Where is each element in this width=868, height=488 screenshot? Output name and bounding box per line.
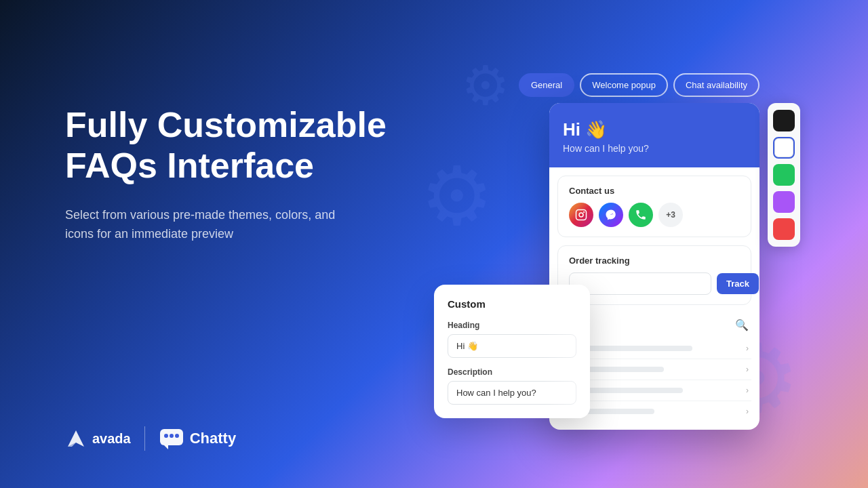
swatch-black[interactable]	[773, 110, 795, 131]
left-content: Fully Customizable FAQs Interface Select…	[65, 105, 387, 244]
tab-chat-availability[interactable]: Chat availability	[673, 73, 760, 97]
logo-divider	[144, 426, 145, 451]
gear-icon-3: ⚙	[461, 54, 510, 117]
svg-rect-3	[164, 434, 168, 438]
heading-label: Heading	[448, 321, 576, 330]
widget-greeting: Hi 👋	[563, 119, 746, 140]
chatty-logo: Chatty	[159, 428, 236, 449]
description-label: Description	[448, 367, 576, 377]
tab-welcome-popup[interactable]: Welcome popup	[580, 73, 668, 97]
swatch-green[interactable]	[773, 164, 795, 186]
faq-chevron-2: ›	[746, 365, 749, 374]
svg-rect-5	[175, 434, 179, 438]
tracking-input-wrap: 🔍	[569, 272, 711, 295]
avada-logo: avada	[65, 428, 131, 449]
track-button[interactable]: Track	[717, 273, 759, 294]
tracking-input-row: 🔍 Track	[569, 272, 740, 295]
gear-icon-1: ⚙	[420, 149, 494, 243]
custom-popup-title: Custom	[448, 298, 576, 310]
heading-input[interactable]	[448, 334, 576, 358]
avada-icon	[65, 428, 87, 449]
tab-general[interactable]: General	[519, 73, 574, 97]
tracking-title: Order tracking	[569, 256, 740, 266]
chatty-icon	[159, 428, 184, 449]
chatty-label: Chatty	[190, 430, 236, 447]
contact-plus-badge[interactable]: +3	[658, 203, 683, 227]
svg-marker-0	[68, 430, 84, 447]
tabs-bar: General Welcome popup Chat availability	[519, 73, 760, 97]
custom-popup: Custom Heading Description	[434, 285, 590, 418]
tracking-input[interactable]	[569, 272, 711, 295]
widget-header: Hi 👋 How can I help you?	[549, 103, 760, 167]
title-line2: FAQs Interface	[65, 146, 314, 185]
faq-chevron-4: ›	[746, 407, 749, 416]
faq-chevron-3: ›	[746, 386, 749, 395]
contact-card: Contact us +3	[557, 176, 751, 237]
title-line1: Fully Customizable	[65, 105, 387, 144]
widget-subtext: How can I help you?	[563, 143, 746, 154]
main-description: Select from various pre-made themes, col…	[65, 205, 350, 245]
svg-point-7	[579, 213, 583, 217]
logo-area: avada Chatty	[65, 426, 236, 451]
messenger-icon-btn[interactable]	[599, 203, 623, 227]
svg-point-8	[583, 211, 585, 213]
color-swatches-panel	[768, 103, 800, 247]
phone-icon-btn[interactable]	[629, 203, 653, 227]
svg-rect-6	[576, 210, 587, 220]
description-input[interactable]	[448, 381, 576, 405]
svg-rect-4	[170, 434, 174, 438]
swatch-purple[interactable]	[773, 191, 795, 213]
instagram-icon-btn[interactable]	[569, 203, 593, 227]
swatch-red[interactable]	[773, 218, 795, 240]
swatch-white[interactable]	[773, 137, 795, 159]
faq-chevron-1: ›	[746, 344, 749, 353]
avada-label: avada	[92, 431, 131, 447]
contact-card-title: Contact us	[569, 186, 740, 196]
faq-search-icon[interactable]: 🔍	[735, 319, 749, 331]
contact-icons-row: +3	[569, 203, 740, 227]
main-title: Fully Customizable FAQs Interface	[65, 105, 387, 186]
